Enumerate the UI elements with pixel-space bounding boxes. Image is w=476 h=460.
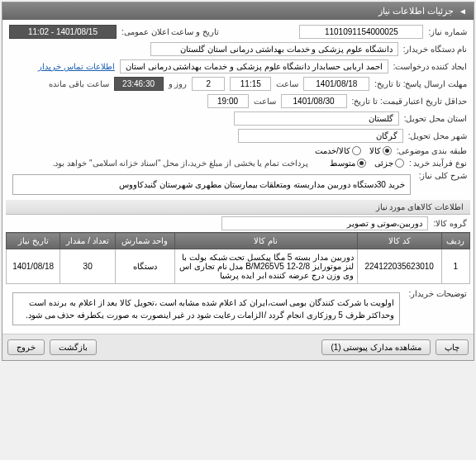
radio-goods[interactable] [383, 146, 392, 155]
back-button[interactable]: بازگشت [50, 339, 97, 355]
announce-value: 1401/08/15 - 11:02 [9, 25, 117, 39]
group-value: دوربین،صوتی و تصویر [221, 216, 428, 230]
requester-value: احمد اربابی حسابدار دانشگاه علوم پزشکی و… [120, 59, 388, 74]
desc-label: شرح کلی نیاز: [419, 171, 467, 180]
process-note: پرداخت تمام یا بخشی از مبلغ خرید،از محل … [53, 159, 308, 168]
col-row: ردیف [441, 233, 469, 249]
validity-label: حداقل تاریخ اعتبار قیمت: تا تاریخ: [352, 97, 467, 106]
cell-date: 1401/08/18 [7, 249, 60, 284]
panel-title: جزئیات اطلاعات نیاز [378, 6, 454, 17]
buyer-value: دانشگاه علوم پزشکی و خدمات بهداشتی درمان… [150, 42, 398, 56]
need-number-value: 1101091154000025 [299, 25, 423, 39]
col-name: نام کالا [174, 233, 357, 249]
contact-link[interactable]: اطلاعات تماس خریدار [38, 62, 115, 71]
city-value: گرگان [238, 129, 403, 143]
announce-label: تاریخ و ساعت اعلان عمومی: [121, 27, 219, 36]
deadline-time: 11:15 [230, 77, 271, 91]
col-date: تاریخ نیاز [7, 233, 60, 249]
remaining-time: 23:46:30 [114, 77, 164, 91]
attachments-button[interactable]: مشاهده مدارک پیوستی (1) [321, 339, 431, 355]
time-label-2: ساعت [254, 97, 276, 106]
goods-table: ردیف کد کالا نام کالا واحد شمارش تعداد /… [6, 232, 470, 284]
cell-row: 1 [441, 249, 469, 284]
panel-header: ◄ جزئیات اطلاعات نیاز [2, 2, 474, 20]
province-value: گلستان [234, 111, 399, 126]
city-label: شهر محل تحویل: [408, 131, 467, 140]
radio-medium-label: متوسط [330, 159, 355, 168]
class-radio-group: کالا کالا/خدمت [315, 146, 392, 155]
remaining-days: 2 [192, 77, 225, 91]
radio-service[interactable] [352, 146, 361, 155]
col-qty: تعداد / مقدار [60, 233, 116, 249]
province-label: استان محل تحویل: [404, 114, 467, 123]
col-unit: واحد شمارش [116, 233, 175, 249]
radio-medium[interactable] [357, 159, 366, 168]
deadline-label: مهلت ارسال پاسخ: تا تاریخ: [374, 79, 467, 88]
process-radio-group: جزئی متوسط [330, 159, 404, 168]
cell-code: 224122035623010 [357, 249, 441, 284]
radio-small[interactable] [395, 159, 404, 168]
radio-goods-label: کالا [369, 146, 381, 155]
process-label: نوع فرآیند خرید : [409, 159, 467, 168]
radio-small-label: جزئی [374, 159, 393, 168]
need-number-label: شماره نیاز: [428, 27, 467, 36]
cell-name: دوربین مدار بسته 5 مگا پیکسل تحت شبکه بو… [174, 249, 357, 284]
buyer-label: نام دستگاه خریدار: [403, 45, 467, 54]
validity-date: 1401/08/30 [281, 94, 347, 108]
table-row[interactable]: 1 224122035623010 دوربین مدار بسته 5 مگا… [7, 249, 470, 284]
cell-unit: دستگاه [116, 249, 175, 284]
table-header-row: ردیف کد کالا نام کالا واحد شمارش تعداد /… [7, 233, 470, 249]
remaining-suffix: ساعت باقی مانده [49, 79, 109, 88]
goods-header: اطلاعات کالاهای مورد نیاز [6, 200, 470, 215]
group-label: گروه کالا: [433, 219, 467, 228]
exit-button[interactable]: خروج [7, 339, 45, 355]
deadline-date: 1401/08/18 [303, 77, 369, 91]
notes-text: اولویت با شرکت کنندگان بومی است،ایران کد… [12, 292, 400, 325]
print-button[interactable]: چاپ [436, 339, 469, 355]
collapse-icon[interactable]: ◄ [459, 7, 467, 16]
day-label: روز و [169, 79, 188, 88]
radio-service-label: کالا/خدمت [315, 146, 350, 155]
cell-qty: 30 [60, 249, 116, 284]
validity-time: 19:00 [207, 94, 249, 108]
col-code: کد کالا [357, 233, 441, 249]
class-label: طبقه بندی موضوعی: [397, 146, 467, 155]
requester-label: ایجاد کننده درخواست: [393, 62, 467, 71]
button-bar: چاپ مشاهده مدارک پیوستی (1) بازگشت خروج [2, 334, 474, 360]
time-label-1: ساعت [276, 79, 298, 88]
desc-text: خرید 30دستگاه دوربین مداربسته ومتعلقات ب… [12, 174, 411, 195]
notes-label: توضیحات خریدار: [408, 289, 467, 298]
